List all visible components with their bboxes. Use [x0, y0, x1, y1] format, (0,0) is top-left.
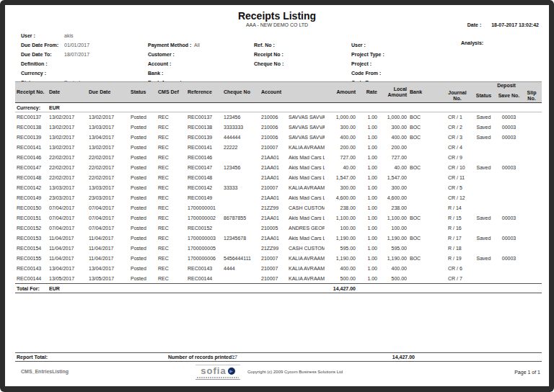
filter-field: User :akis: [21, 31, 58, 40]
cell-local-amount: 200.00: [379, 143, 408, 153]
cell-amount: 1,000.00: [325, 112, 357, 122]
cell-save-no: [496, 203, 522, 213]
cell-date: 11/04/2017: [48, 233, 87, 244]
cell-journal-no: CR / 4: [444, 143, 471, 153]
cell-save-no: [496, 274, 522, 284]
cell-status: Posted: [129, 163, 157, 173]
cell-slip-no: [522, 163, 542, 173]
cell-save-no: 00003: [496, 254, 522, 264]
filter-field: Cheque No :: [254, 59, 283, 68]
cell-cms-def: REC: [157, 203, 186, 213]
cell-dep-status: [471, 244, 496, 254]
cell-account: 210007: [260, 264, 287, 274]
filter-field: User :: [351, 40, 384, 50]
analysis-label: Analysis:: [461, 40, 483, 45]
cell-journal-no: R / 17: [444, 233, 471, 244]
cell-receipt-no: REC00144: [15, 274, 48, 284]
cell-cms-def: REC: [157, 143, 186, 153]
cell-cms-def: REC: [157, 233, 186, 244]
cell-local-amount: 1,190.00: [379, 233, 408, 244]
cell-account-name: ANDRES GEORG: [287, 223, 325, 233]
filter-field: Ref. No :: [254, 40, 283, 50]
table-row: REC0015007/04/201707/04/2017PostedREC170…: [15, 203, 542, 213]
cell-journal-no: R / 18: [444, 244, 471, 254]
cell-cheque-no: 444444: [222, 133, 260, 143]
cell-status: Posted: [129, 264, 157, 274]
table-row: REC0013813/02/201713/03/2017PostedRECREC…: [15, 122, 542, 133]
cell-slip-no: [522, 274, 542, 284]
cell-reference: REC00146: [186, 153, 222, 163]
cell-status: Posted: [129, 143, 157, 153]
cell-reference: REC00143: [186, 264, 222, 274]
cell-date: 13/02/2017: [48, 133, 87, 143]
cell-date: 13/02/2017: [48, 122, 87, 133]
col-cheque-no: Cheque No: [222, 82, 260, 103]
cell-local-amount: 1,547.00: [379, 173, 408, 183]
cell-date: 13/04/2017: [48, 264, 87, 274]
cell-account: 21AA01: [260, 213, 287, 223]
cell-bank: BOC: [408, 233, 444, 244]
filter-value: 18/07/2017: [64, 50, 89, 59]
cell-status: Posted: [129, 233, 157, 244]
cell-account: 210007: [260, 254, 287, 264]
copyright-text: Copyright (c) 2009 Cycom Business Soluti…: [247, 370, 343, 374]
cell-account: 210007: [260, 183, 287, 193]
cell-bank: BOC: [408, 133, 444, 143]
cell-rate: 1.00: [357, 233, 379, 244]
cell-amount: 1,100.00: [325, 213, 357, 223]
receipts-table-body: Currency: EUR REC0013713/02/201713/02/20…: [15, 103, 542, 284]
cell-dep-status: Saved: [471, 254, 496, 264]
cell-save-no: [496, 143, 522, 153]
table-row: REC0014413/05/201713/05/2017PostedRECREC…: [15, 274, 542, 284]
cell-reference: REC00138: [186, 122, 222, 133]
cell-date: 07/04/2017: [48, 223, 87, 233]
cell-local-amount: 1,000.00: [379, 112, 408, 122]
cell-amount: 300.00: [325, 183, 357, 193]
cell-slip-no: [522, 233, 542, 244]
cell-cms-def: REC: [157, 274, 186, 284]
cell-account: 21AA01: [260, 173, 287, 183]
cell-rate: 1.00: [357, 143, 379, 153]
cell-dep-status: [471, 193, 496, 203]
cell-local-amount: 500.00: [379, 274, 408, 284]
cell-rate: 1.00: [357, 274, 379, 284]
cell-account-name: KALIA AVRAAM: [287, 264, 325, 274]
table-row: REC0014622/02/201722/02/2017PostedRECREC…: [15, 153, 542, 163]
report-page: Receipts Listing AAA - NEW DEMO CO LTD D…: [5, 5, 549, 386]
cell-rate: 1.00: [357, 122, 379, 133]
receipts-table: Receipt No. Date Due Date Status CMS Def…: [15, 81, 542, 293]
col-local-amount: Local Amount: [379, 82, 408, 103]
cell-slip-no: [522, 213, 542, 223]
filter-group-middle: Payment Method :AllCustomer :Account :Ba…: [148, 40, 191, 87]
cell-journal-no: CR / 3: [444, 133, 471, 143]
cell-local-amount: 400.00: [379, 264, 408, 274]
cell-reference: 1700000005: [186, 244, 222, 254]
cell-bank: BOC: [408, 122, 444, 133]
cell-due-date: 13/02/2017: [87, 112, 129, 122]
cell-date: 07/04/2017: [48, 203, 87, 213]
report-total-label: Report Total:: [17, 353, 48, 362]
cell-save-no: [496, 193, 522, 203]
cell-account: 210007: [260, 274, 287, 284]
cell-bank: BOC: [408, 213, 444, 223]
cell-cheque-no: 86787855: [222, 213, 260, 223]
filter-label: Customer :: [148, 50, 175, 59]
filter-label: Receipt No :: [254, 50, 283, 59]
cell-reference: REC00139: [186, 133, 222, 143]
cell-receipt-no: REC00151: [15, 213, 48, 223]
page-number: Page 1 of 1: [514, 370, 540, 375]
cell-dep-status: Saved: [471, 233, 496, 244]
cell-reference: 1700000002: [186, 213, 222, 223]
cell-cheque-no: [222, 223, 260, 233]
filter-field: Currency :: [21, 68, 58, 78]
cell-reference: REC00152: [186, 223, 222, 233]
cell-bank: [408, 274, 444, 284]
cell-status: Posted: [129, 213, 157, 223]
filter-value: 01/01/2017: [64, 40, 89, 50]
cell-bank: [408, 193, 444, 203]
cell-status: Posted: [129, 274, 157, 284]
cell-receipt-no: REC00154: [15, 244, 48, 254]
cell-dep-status: Saved: [471, 213, 496, 223]
cell-save-no: 00003: [496, 133, 522, 143]
cell-journal-no: CR / 1: [444, 112, 471, 122]
